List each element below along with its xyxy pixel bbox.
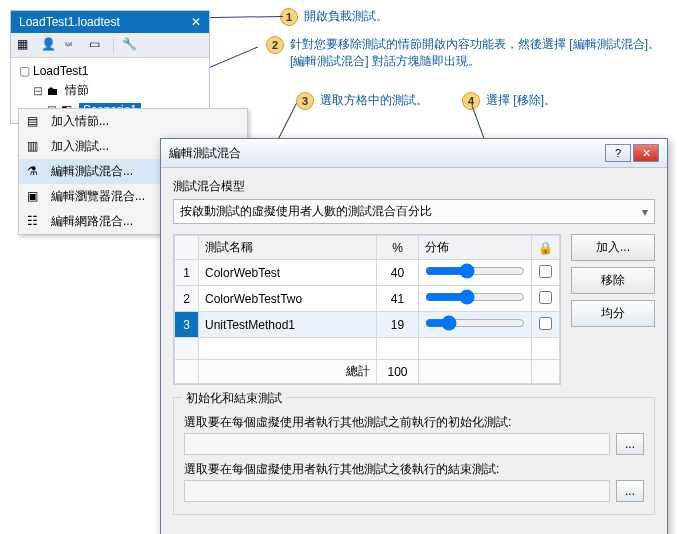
model-combobox[interactable]: 按啟動測試的虛擬使用者人數的測試混合百分比 ▾ bbox=[173, 199, 655, 224]
table-row-empty bbox=[175, 338, 560, 360]
callout-3: 3 選取方格中的測試。 bbox=[296, 92, 428, 110]
col-lock: 🔒 bbox=[532, 236, 560, 260]
tab-title: LoadTest1.loadtest bbox=[19, 15, 120, 29]
callout-num: 1 bbox=[280, 8, 298, 26]
tree-label: LoadTest1 bbox=[33, 64, 88, 78]
expand-icon[interactable]: ▢ bbox=[19, 64, 29, 78]
total-value: 100 bbox=[377, 360, 419, 384]
callout-text: 選取方格中的測試。 bbox=[320, 92, 428, 109]
table-row[interactable]: 2 ColorWebTestTwo 41 bbox=[175, 286, 560, 312]
cell-name[interactable]: UnitTestMethod1 bbox=[199, 312, 377, 338]
close-icon[interactable]: ✕ bbox=[191, 15, 201, 29]
cleanup-label: 選取要在每個虛擬使用者執行其他測試之後執行的結束測試: bbox=[184, 461, 644, 478]
toolbar-icon[interactable]: ▦ bbox=[17, 37, 33, 53]
callout-2: 2 針對您要移除測試的情節開啟內容功能表，然後選擇 [編輯測試混合]。 [編輯測… bbox=[266, 36, 666, 70]
dist-slider[interactable] bbox=[425, 289, 525, 305]
table-row-selected[interactable]: 3 UnitTestMethod1 19 bbox=[175, 312, 560, 338]
group-legend: 初始化和結束測試 bbox=[182, 390, 286, 407]
callout-num: 3 bbox=[296, 92, 314, 110]
window-icon: ▣ bbox=[27, 189, 43, 205]
menu-label: 加入情節... bbox=[51, 113, 109, 130]
callout-4: 4 選擇 [移除]。 bbox=[462, 92, 556, 110]
cell-pct[interactable]: 40 bbox=[377, 260, 419, 286]
menu-label: 編輯網路混合... bbox=[51, 213, 133, 230]
model-label: 測試混合模型 bbox=[173, 178, 655, 195]
cleanup-test-field[interactable] bbox=[184, 480, 610, 502]
toolbar-icon[interactable]: ⎃ bbox=[65, 37, 81, 53]
combo-value: 按啟動測試的虛擬使用者人數的測試混合百分比 bbox=[180, 203, 432, 220]
dialog-title: 編輯測試混合 bbox=[169, 145, 241, 162]
callout-num: 4 bbox=[462, 92, 480, 110]
close-button[interactable]: ✕ bbox=[633, 144, 659, 162]
menu-label: 編輯測試混合... bbox=[51, 163, 133, 180]
cell-pct[interactable]: 41 bbox=[377, 286, 419, 312]
col-name: 測試名稱 bbox=[199, 236, 377, 260]
callout-num: 2 bbox=[266, 36, 284, 54]
tree-label: 情節 bbox=[65, 82, 89, 99]
toolbar-icon[interactable]: ▭ bbox=[89, 37, 105, 53]
col-pct: % bbox=[377, 236, 419, 260]
total-row: 總計 100 bbox=[175, 360, 560, 384]
expand-icon[interactable]: ⊟ bbox=[33, 84, 43, 98]
browse-button[interactable]: ... bbox=[616, 480, 644, 502]
col-dist: 分佈 bbox=[419, 236, 532, 260]
menu-label: 加入測試... bbox=[51, 138, 109, 155]
dist-slider[interactable] bbox=[425, 263, 525, 279]
dialog-actions: 確定 取消 bbox=[161, 525, 667, 534]
cell-slider bbox=[419, 260, 532, 286]
browse-button[interactable]: ... bbox=[616, 433, 644, 455]
callout-text: 針對您要移除測試的情節開啟內容功能表，然後選擇 [編輯測試混合]。 [編輯測試混… bbox=[290, 36, 660, 70]
remove-button[interactable]: 移除 bbox=[571, 267, 655, 294]
add-icon: ▤ bbox=[27, 114, 43, 130]
lock-checkbox[interactable] bbox=[539, 317, 552, 330]
total-label: 總計 bbox=[199, 360, 377, 384]
help-button[interactable]: ? bbox=[605, 144, 631, 162]
edit-test-mix-dialog: 編輯測試混合 ? ✕ 測試混合模型 按啟動測試的虛擬使用者人數的測試混合百分比 … bbox=[160, 138, 668, 534]
cell-name[interactable]: ColorWebTest bbox=[199, 260, 377, 286]
lock-checkbox[interactable] bbox=[539, 291, 552, 304]
init-test-field[interactable] bbox=[184, 433, 610, 455]
callout-text: 選擇 [移除]。 bbox=[486, 92, 556, 109]
toolbar: ▦ 👤 ⎃ ▭ 🔧 bbox=[11, 33, 209, 58]
toolbar-icon[interactable]: 🔧 bbox=[122, 37, 138, 53]
side-buttons: 加入... 移除 均分 bbox=[571, 234, 655, 385]
chevron-down-icon: ▾ bbox=[642, 205, 648, 219]
loadtest-tool-window: LoadTest1.loadtest ✕ ▦ 👤 ⎃ ▭ 🔧 ▢ LoadTes… bbox=[10, 10, 210, 124]
add-button[interactable]: 加入... bbox=[571, 234, 655, 261]
menu-label: 編輯瀏覽器混合... bbox=[51, 188, 145, 205]
document-tab[interactable]: LoadTest1.loadtest ✕ bbox=[11, 11, 209, 33]
lock-checkbox[interactable] bbox=[539, 265, 552, 278]
menu-add-scenario[interactable]: ▤ 加入情節... bbox=[19, 109, 247, 134]
distribute-button[interactable]: 均分 bbox=[571, 300, 655, 327]
dialog-titlebar: 編輯測試混合 ? ✕ bbox=[161, 139, 667, 168]
init-label: 選取要在每個虛擬使用者執行其他測試之前執行的初始化測試: bbox=[184, 414, 644, 431]
dist-slider[interactable] bbox=[425, 315, 525, 331]
flask-icon: ⚗ bbox=[27, 164, 43, 180]
toolbar-icon[interactable]: 👤 bbox=[41, 37, 57, 53]
test-grid: 測試名稱 % 分佈 🔒 1 ColorWebTest 40 bbox=[173, 234, 561, 385]
tree-root[interactable]: ▢ LoadTest1 bbox=[19, 62, 207, 80]
network-icon: ☷ bbox=[27, 214, 43, 230]
tree-folder[interactable]: ⊟ 🖿 情節 bbox=[19, 80, 207, 101]
callout-text: 開啟負載測試。 bbox=[304, 8, 388, 25]
cell-pct[interactable]: 19 bbox=[377, 312, 419, 338]
init-cleanup-group: 初始化和結束測試 選取要在每個虛擬使用者執行其他測試之前執行的初始化測試: ..… bbox=[173, 397, 655, 515]
cell-name[interactable]: ColorWebTestTwo bbox=[199, 286, 377, 312]
folder-icon: 🖿 bbox=[47, 84, 61, 98]
add-icon: ▥ bbox=[27, 139, 43, 155]
table-row[interactable]: 1 ColorWebTest 40 bbox=[175, 260, 560, 286]
col-index bbox=[175, 236, 199, 260]
callout-1: 1 開啟負載測試。 bbox=[280, 8, 388, 26]
